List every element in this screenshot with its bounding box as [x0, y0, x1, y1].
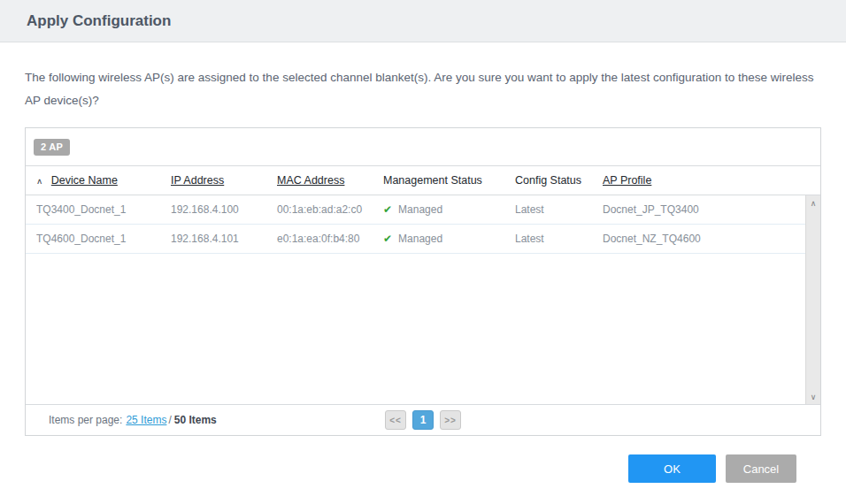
scroll-up-icon[interactable]: ∧	[806, 195, 820, 210]
scroll-down-icon[interactable]: ∨	[806, 389, 820, 404]
badge-row: 2 AP	[26, 128, 820, 166]
column-label: Device Name	[51, 174, 118, 187]
ap-profile-cell: Docnet_JP_TQ3400	[603, 203, 805, 216]
column-label: Management Status	[383, 174, 482, 187]
column-header-mac-address[interactable]: MAC Address	[277, 174, 383, 187]
ip-address-cell: 192.168.4.101	[171, 233, 277, 245]
current-page-button[interactable]: 1	[412, 410, 434, 430]
dialog-header: Apply Configuration	[0, 0, 846, 42]
column-header-ap-profile[interactable]: AP Profile	[603, 174, 820, 187]
column-label: MAC Address	[277, 174, 344, 187]
table-row: TQ3400_Docnet_1 192.168.4.100 00:1a:eb:a…	[26, 195, 805, 225]
column-header-management-status: Management Status	[383, 174, 515, 187]
table-header-row: ∧ Device Name IP Address MAC Address Man…	[26, 166, 820, 195]
items-per-page-link[interactable]: 25 Items	[126, 414, 166, 426]
config-status-cell: Latest	[515, 203, 603, 216]
sort-asc-icon: ∧	[36, 177, 42, 186]
management-status-text: Managed	[398, 233, 442, 245]
column-label: AP Profile	[603, 174, 651, 187]
next-page-button[interactable]: >>	[440, 410, 461, 430]
ap-count-badge: 2 AP	[34, 139, 70, 156]
management-status-cell: ✔Managed	[383, 233, 515, 245]
management-status-text: Managed	[398, 203, 442, 216]
column-header-config-status: Config Status	[515, 174, 603, 187]
managed-check-icon: ✔	[383, 203, 392, 216]
column-label: Config Status	[515, 174, 581, 187]
dialog-body: The following wireless AP(s) are assigne…	[0, 66, 846, 483]
cancel-button[interactable]: Cancel	[726, 454, 796, 483]
column-header-device-name[interactable]: ∧ Device Name	[36, 174, 171, 187]
pager: << 1 >>	[385, 410, 461, 430]
pagination-row: Items per page:25 Items/50 Items << 1 >>	[26, 404, 820, 435]
column-header-ip-address[interactable]: IP Address	[171, 174, 277, 187]
mac-address-cell: e0:1a:ea:0f:b4:80	[277, 233, 383, 245]
total-items: 50 Items	[174, 414, 217, 426]
apply-configuration-dialog: Apply Configuration The following wirele…	[0, 0, 846, 504]
device-name-cell: TQ4600_Docnet_1	[36, 233, 171, 245]
ok-button[interactable]: OK	[628, 454, 716, 483]
dialog-footer: OK Cancel	[25, 454, 821, 483]
vertical-scrollbar[interactable]: ∧ ∨	[805, 195, 820, 404]
table-scroll-area: TQ3400_Docnet_1 192.168.4.100 00:1a:eb:a…	[26, 195, 820, 404]
ap-profile-cell: Docnet_NZ_TQ4600	[603, 233, 805, 245]
prev-page-button[interactable]: <<	[385, 410, 406, 430]
ap-table-panel: 2 AP ∧ Device Name IP Address MAC Addres…	[25, 127, 821, 436]
items-per-page-label: Items per page:	[49, 414, 122, 426]
device-name-cell: TQ3400_Docnet_1	[36, 203, 171, 216]
dialog-title: Apply Configuration	[27, 12, 171, 30]
ip-address-cell: 192.168.4.100	[171, 203, 277, 216]
items-separator: /	[168, 414, 171, 426]
items-per-page: Items per page:25 Items/50 Items	[26, 414, 217, 426]
mac-address-cell: 00:1a:eb:ad:a2:c0	[277, 203, 383, 216]
table-row: TQ4600_Docnet_1 192.168.4.101 e0:1a:ea:0…	[26, 225, 805, 254]
managed-check-icon: ✔	[383, 233, 392, 245]
config-status-cell: Latest	[515, 233, 603, 245]
column-label: IP Address	[171, 174, 224, 187]
confirmation-message: The following wireless AP(s) are assigne…	[25, 66, 821, 112]
management-status-cell: ✔Managed	[383, 203, 515, 216]
